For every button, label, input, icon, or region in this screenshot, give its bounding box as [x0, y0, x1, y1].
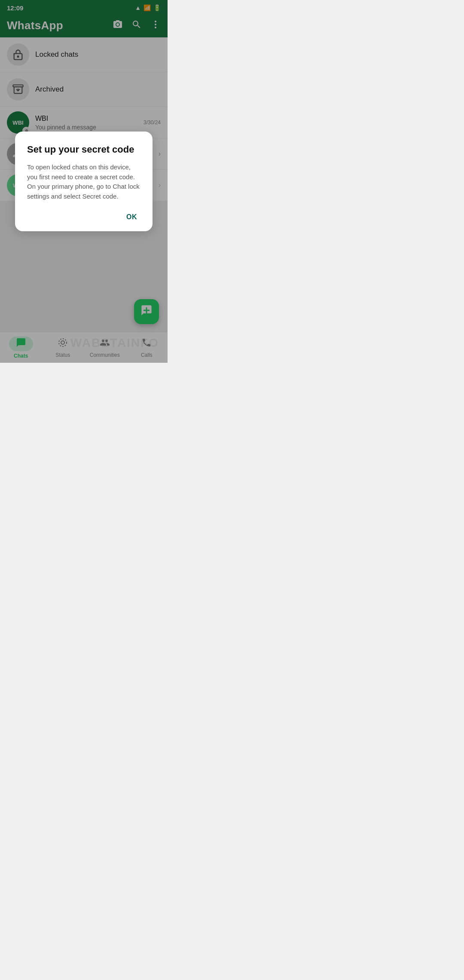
dialog: Set up your secret code To open locked c… — [15, 132, 153, 232]
dialog-overlay: Set up your secret code To open locked c… — [0, 0, 168, 363]
dialog-body: To open locked chats on this device, you… — [27, 162, 140, 201]
dialog-ok-button[interactable]: OK — [123, 211, 140, 223]
dialog-title: Set up your secret code — [27, 144, 140, 156]
dialog-actions: OK — [27, 211, 140, 223]
